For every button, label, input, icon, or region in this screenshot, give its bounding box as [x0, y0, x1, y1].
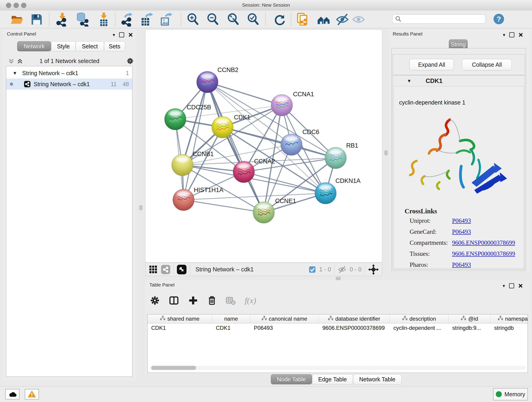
toolbar-separator — [265, 13, 266, 26]
create-column-plus-icon[interactable] — [188, 295, 198, 306]
search-box[interactable] — [392, 14, 486, 24]
results-panel-float-icon[interactable] — [509, 32, 514, 37]
table-cell-@id[interactable]: stringdb:9... — [449, 323, 491, 333]
crosslink-link[interactable]: P06493 — [452, 261, 471, 268]
table-cell-database-identifier[interactable]: 9606.ENSP00000378699 — [319, 323, 390, 333]
collection-expand-triangle-icon[interactable]: ▼ — [13, 70, 17, 76]
open-external-window-icon[interactable] — [177, 265, 186, 274]
tab-style[interactable]: Style — [51, 41, 76, 51]
control-panel-float-icon[interactable] — [119, 32, 124, 37]
table-cell-name[interactable]: CDK1 — [212, 323, 250, 333]
column-header-@id[interactable]: @id — [449, 314, 491, 323]
crosslink-link[interactable]: 9606.ENSP00000378699 — [452, 250, 515, 257]
table-row[interactable]: CDK1CDK1P064939606.ENSP00000378699cyclin… — [147, 323, 528, 333]
tab-network-table[interactable]: Network Table — [353, 374, 402, 384]
network-share-icon[interactable] — [161, 265, 170, 274]
apply-layout-refresh-icon[interactable] — [272, 12, 287, 27]
network-selection-status: 1 of 1 Network selected — [3, 58, 136, 64]
zoom-in-icon[interactable] — [186, 12, 200, 27]
table-options-gear-icon[interactable] — [150, 295, 160, 306]
search-input[interactable] — [402, 16, 481, 22]
table-cell-canonical-name[interactable]: P06493 — [250, 323, 319, 333]
table-cell-description[interactable]: cyclin-dependent ... — [390, 323, 449, 333]
network-collection-row[interactable]: ▼ String Network – cdk1 1 — [6, 68, 132, 79]
birdseye-grid-icon[interactable] — [149, 265, 158, 274]
delete-column-trash-icon[interactable] — [207, 295, 217, 306]
column-header-shared-name[interactable]: shared name — [147, 314, 212, 323]
export-table-icon[interactable] — [139, 12, 154, 27]
column-header-name[interactable]: name — [212, 314, 250, 323]
crosslink-link[interactable]: P06493 — [452, 228, 471, 235]
gene-section-header[interactable]: ▼ CDK1 — [393, 76, 525, 86]
control-panel-close-icon[interactable] — [128, 32, 133, 37]
edge-CCNB2-CCNA1[interactable] — [207, 82, 282, 105]
new-network-from-selection-icon[interactable] — [296, 12, 310, 27]
tab-network[interactable]: Network — [17, 41, 51, 51]
vertical-splitter-handle[interactable] — [385, 150, 388, 155]
tab-edge-table[interactable]: Edge Table — [312, 374, 353, 384]
selected-checkbox-icon[interactable] — [309, 266, 316, 273]
first-neighbors-icon[interactable] — [317, 12, 331, 27]
vertical-splitter-handle[interactable] — [139, 205, 143, 210]
column-header-description[interactable]: description — [390, 314, 449, 323]
import-network-database-icon[interactable] — [75, 12, 89, 27]
import-network-file-icon[interactable] — [56, 12, 70, 27]
horizontal-splitter-handle[interactable] — [336, 277, 341, 280]
table-cell-shared-name[interactable]: CDK1 — [147, 323, 212, 333]
export-network-icon[interactable] — [120, 12, 135, 27]
network-row-selected[interactable]: String Network – cdk1 11 48 — [6, 79, 132, 89]
tab-node-table[interactable]: Node Table — [271, 374, 312, 384]
node-gloss-highlight — [237, 163, 250, 169]
import-table-file-icon[interactable] — [97, 12, 111, 27]
tab-select[interactable]: Select — [76, 41, 104, 51]
collapse-all-button[interactable]: Collapse All — [462, 59, 512, 70]
zoom-out-icon[interactable] — [206, 12, 220, 27]
column-header-database-identifier[interactable]: database identifier — [319, 314, 390, 323]
tab-sets[interactable]: Sets — [104, 41, 125, 51]
export-image-icon[interactable] — [159, 12, 173, 27]
edge-HIST1H1A-CCNE1[interactable] — [184, 200, 264, 212]
node-label-CDKN1A: CDKN1A — [336, 177, 361, 184]
control-panel-collapse-icon[interactable]: ▾ — [113, 32, 115, 38]
zoom-fit-icon[interactable] — [226, 12, 240, 27]
table-panel-float-icon[interactable] — [509, 283, 514, 288]
network-options-gear-icon[interactable] — [127, 57, 134, 65]
pan-crosshair-icon[interactable] — [368, 264, 379, 275]
gene-collapse-triangle-icon[interactable]: ▼ — [407, 78, 412, 84]
show-columns-icon[interactable] — [169, 295, 179, 306]
table-panel-close-icon[interactable] — [518, 283, 523, 288]
column-header-label: @id — [468, 316, 478, 322]
results-panel-close-icon[interactable] — [519, 32, 523, 37]
save-session-icon[interactable] — [30, 12, 44, 27]
crosslink-row: Pharos:P06493 — [410, 261, 524, 268]
node-label-CCNB1: CCNB1 — [193, 151, 214, 157]
crosslink-link[interactable]: 9606.ENSP00000378699 — [452, 239, 515, 246]
control-panel-tabs: NetworkStyleSelectSets — [17, 41, 125, 51]
column-type-icon — [402, 316, 408, 322]
column-header-namespace[interactable]: namespace — [491, 314, 528, 323]
column-header-canonical-name[interactable]: canonical name — [250, 314, 319, 323]
cloud-button[interactable] — [5, 389, 19, 400]
memory-button[interactable]: Memory — [493, 388, 528, 400]
table-horizontal-scrollbar[interactable] — [150, 366, 526, 370]
show-all-icon[interactable] — [351, 12, 366, 27]
node-label-CCNA2: CCNA2 — [254, 158, 275, 165]
expand-all-button[interactable]: Expand All — [409, 59, 454, 70]
gene-description: cyclin-dependent kinase 1 — [399, 99, 465, 106]
results-panel-collapse-icon[interactable]: ▾ — [503, 32, 505, 38]
toolbar-separator — [334, 264, 335, 274]
warnings-button[interactable] — [25, 389, 39, 400]
zoom-selected-icon[interactable] — [246, 12, 260, 27]
table-cell-namespace[interactable]: stringdb — [491, 323, 528, 333]
network-canvas[interactable]: CCNB2CCNA1CDC25BCDK1CDC6RB1CCNB1CCNA2CDK… — [145, 29, 382, 263]
control-panel-title: Control Panel — [7, 31, 36, 37]
hide-selected-icon[interactable] — [335, 12, 349, 27]
help-icon[interactable]: ? — [494, 14, 504, 24]
function-builder-icon-disabled: f(x) — [245, 296, 256, 305]
crosslink-link[interactable]: P06493 — [452, 217, 471, 224]
table-header-row: shared namenamecanonical namedatabase id… — [147, 314, 528, 323]
table-panel-collapse-icon[interactable]: ▾ — [503, 283, 505, 288]
scrollbar-thumb[interactable] — [151, 366, 196, 370]
open-session-icon[interactable] — [10, 12, 24, 27]
column-type-icon — [461, 316, 466, 322]
